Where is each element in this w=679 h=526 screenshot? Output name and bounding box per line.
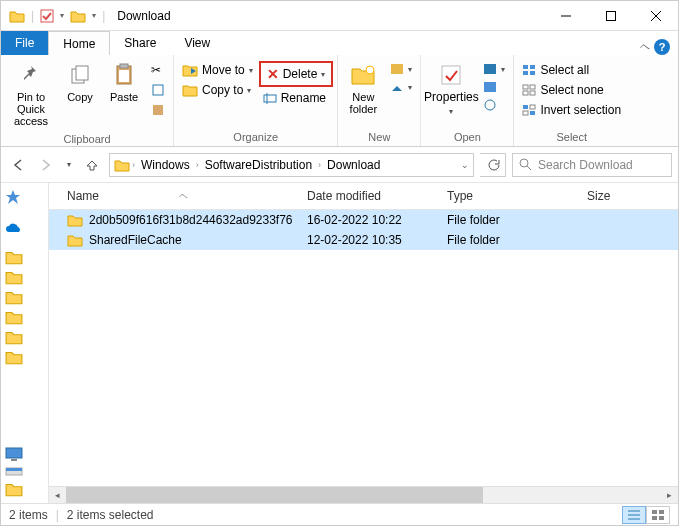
new-folder-button[interactable]: New folder (342, 57, 384, 119)
breadcrumb-segment[interactable]: Download (323, 158, 384, 172)
tree-folder-icon[interactable] (5, 289, 44, 305)
move-to-button[interactable]: Move to▾ (178, 61, 257, 79)
breadcrumb-segment[interactable]: SoftwareDistribution (201, 158, 316, 172)
search-input[interactable]: Search Download (512, 153, 672, 177)
properties-icon (437, 61, 465, 89)
open-button[interactable]: ▾ (479, 61, 509, 77)
svg-rect-15 (391, 64, 403, 74)
delete-button[interactable]: ✕ Delete▾ (259, 61, 334, 87)
search-icon (519, 158, 532, 171)
easy-access-button[interactable]: ▾ (386, 79, 416, 95)
sort-indicator-icon: ヘ (179, 190, 188, 203)
svg-rect-42 (659, 510, 664, 514)
chevron-right-icon[interactable]: › (318, 160, 321, 170)
column-headers[interactable]: Nameヘ Date modified Type Size (49, 183, 678, 210)
table-row[interactable]: 2d0b509f616f31b8d244632ad9233f76 16-02-2… (49, 210, 678, 230)
svg-rect-30 (523, 111, 528, 115)
paste-button[interactable]: Paste (103, 57, 145, 107)
tab-file[interactable]: File (1, 31, 48, 55)
svg-rect-28 (523, 105, 528, 109)
folder-icon (67, 213, 83, 227)
address-bar[interactable]: › Windows › SoftwareDistribution › Downl… (109, 153, 474, 177)
qat-dropdown[interactable]: ▾ (60, 11, 64, 20)
cut-button[interactable]: ✂ (147, 61, 169, 79)
svg-rect-31 (530, 111, 535, 115)
this-pc-icon[interactable] (5, 447, 44, 461)
tree-folder-icon[interactable] (5, 269, 44, 285)
chevron-right-icon[interactable]: › (132, 160, 135, 170)
svg-rect-12 (264, 95, 276, 102)
svg-rect-24 (523, 85, 528, 89)
address-dropdown[interactable]: ⌄ (461, 160, 469, 170)
group-new: New folder ▾ ▾ New (338, 55, 421, 146)
empty-area[interactable] (49, 250, 678, 486)
svg-rect-21 (530, 65, 535, 69)
recent-dropdown[interactable]: ▾ (63, 158, 75, 171)
properties-button[interactable]: Properties▾ (425, 57, 477, 121)
window-title: Download (113, 9, 170, 23)
tree-folder-icon[interactable] (5, 309, 44, 325)
help-icon[interactable]: ? (654, 39, 670, 55)
new-item-button[interactable]: ▾ (386, 61, 416, 77)
qat-dropdown[interactable]: ▾ (92, 11, 96, 20)
svg-rect-0 (41, 10, 53, 22)
onedrive-icon[interactable] (5, 223, 44, 235)
icons-view-button[interactable] (646, 506, 670, 524)
tab-home[interactable]: Home (48, 31, 110, 55)
up-button[interactable] (81, 156, 103, 174)
pin-to-quick-access-button[interactable]: Pin to Quick access (5, 57, 57, 131)
invert-selection-button[interactable]: Invert selection (518, 101, 625, 119)
copy-button[interactable]: Copy (59, 57, 101, 107)
breadcrumb-segment[interactable]: Windows (137, 158, 194, 172)
tree-folder-icon[interactable] (5, 349, 44, 365)
copy-to-button[interactable]: Copy to▾ (178, 81, 257, 99)
navigation-pane[interactable] (1, 183, 49, 503)
svg-rect-34 (6, 448, 22, 458)
table-row[interactable]: SharedFileCache 12-02-2022 10:35 File fo… (49, 230, 678, 250)
group-select: Select all Select none Invert selection … (514, 55, 629, 146)
refresh-button[interactable] (480, 153, 506, 177)
scroll-left-icon[interactable]: ◂ (49, 487, 66, 504)
forward-button[interactable] (35, 156, 57, 174)
copy-to-icon (182, 83, 198, 97)
tab-view[interactable]: View (170, 31, 224, 55)
column-name[interactable]: Name (67, 189, 99, 203)
tab-share[interactable]: Share (110, 31, 170, 55)
quick-access-icon[interactable] (5, 189, 44, 205)
maximize-button[interactable] (588, 1, 633, 30)
collapse-ribbon-icon[interactable]: ヘ (640, 40, 650, 54)
minimize-button[interactable] (543, 1, 588, 30)
paste-shortcut-button[interactable] (147, 101, 169, 119)
delete-icon: ✕ (267, 66, 279, 82)
horizontal-scrollbar[interactable]: ◂ ▸ (49, 486, 678, 503)
column-date[interactable]: Date modified (307, 189, 447, 203)
svg-rect-18 (484, 82, 496, 92)
column-size[interactable]: Size (587, 189, 678, 203)
select-all-button[interactable]: Select all (518, 61, 625, 79)
svg-rect-11 (153, 105, 163, 115)
copy-path-button[interactable] (147, 81, 169, 99)
copy-icon (66, 61, 94, 89)
scroll-thumb[interactable] (66, 487, 483, 504)
svg-point-14 (366, 66, 374, 74)
scroll-right-icon[interactable]: ▸ (661, 487, 678, 504)
edit-button[interactable] (479, 79, 509, 95)
paste-icon (110, 61, 138, 89)
chevron-right-icon[interactable]: › (196, 160, 199, 170)
close-button[interactable] (633, 1, 678, 30)
column-type[interactable]: Type (447, 189, 587, 203)
svg-rect-23 (530, 71, 535, 75)
history-button[interactable] (479, 97, 509, 113)
folder-icon (67, 233, 83, 247)
rename-icon (263, 91, 277, 105)
tree-folder-icon[interactable] (5, 329, 44, 345)
checkbox-icon[interactable] (40, 9, 54, 23)
rename-button[interactable]: Rename (259, 89, 334, 107)
tree-folder-icon[interactable] (5, 481, 44, 497)
select-none-button[interactable]: Select none (518, 81, 625, 99)
drive-icon[interactable] (5, 465, 44, 477)
back-button[interactable] (7, 156, 29, 174)
details-view-button[interactable] (622, 506, 646, 524)
tree-folder-icon[interactable] (5, 249, 44, 265)
svg-rect-20 (523, 65, 528, 69)
